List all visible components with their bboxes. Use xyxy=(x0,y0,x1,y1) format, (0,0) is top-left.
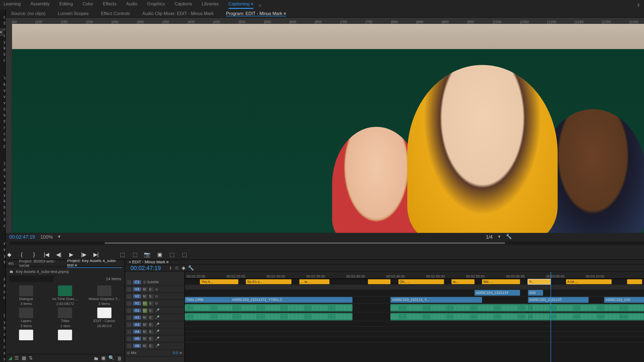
transcript-block[interactable]: For it is heartbreaking. xyxy=(3,276,5,302)
marker-icon[interactable]: ◆ xyxy=(182,265,185,271)
project-tab[interactable]: Project: B0353-aotc-social xyxy=(19,259,62,268)
timeline-clip[interactable]: Oh, ... xyxy=(398,279,444,284)
solo-button[interactable]: S xyxy=(149,337,153,341)
transcript-block[interactable]: So it's very, very important,you know, t… xyxy=(3,160,5,230)
extract-icon[interactable]: ⬚ xyxy=(131,251,138,258)
timeline-clip[interactable]: A005C153_21011372_YT001.C xyxy=(230,297,352,302)
track-header-A2[interactable]: A2MS🎤 xyxy=(125,314,184,321)
transcript-block[interactable]: or the manager or, you know, take respit… xyxy=(3,13,5,64)
timeline-clip[interactable]: We ... xyxy=(482,279,520,284)
panel-tab[interactable]: Source: (no clips) xyxy=(11,11,45,16)
panel-tab[interactable]: Lumetri Scopes xyxy=(58,11,89,16)
solo-button[interactable]: S xyxy=(149,301,153,305)
timeline-clip[interactable]: w... xyxy=(452,279,474,284)
project-tab[interactable]: ets xyxy=(8,261,14,265)
link-icon[interactable]: ⊂ xyxy=(175,265,179,271)
track-header-A3[interactable]: A3MS🎤 xyxy=(125,321,184,328)
solo-button[interactable]: S xyxy=(149,343,153,348)
snap-icon[interactable]: ⫾ xyxy=(170,265,172,271)
playback-quality[interactable]: 1/4 xyxy=(486,234,493,239)
transcript-more-icon[interactable]: ••• xyxy=(0,28,3,36)
track-header-A5[interactable]: A5MS🎤 xyxy=(125,335,184,342)
track-header-A1[interactable]: A1MS🎤 xyxy=(125,307,184,314)
sort-icon[interactable]: ⇅ xyxy=(29,355,33,361)
icon-view-icon[interactable]: ▦ xyxy=(22,355,26,361)
list-view-icon[interactable]: ☰ xyxy=(14,355,19,361)
project-search-input[interactable] xyxy=(9,276,54,282)
project-bin[interactable] xyxy=(8,330,45,342)
mark-out-icon[interactable]: } xyxy=(31,251,38,258)
mute-button[interactable]: M xyxy=(143,315,147,320)
timeline-clip[interactable] xyxy=(528,313,644,320)
settings-icon[interactable]: ⬚ xyxy=(181,251,188,258)
lock-icon[interactable] xyxy=(127,322,131,327)
freeform-icon[interactable]: ◢ xyxy=(8,355,12,361)
mute-button[interactable]: M xyxy=(143,287,147,291)
project-bin[interactable]: Motion Graphics T...2 Items xyxy=(86,286,123,306)
lock-icon[interactable] xyxy=(127,301,131,305)
workspace-tab-learning[interactable]: Learning xyxy=(3,1,21,9)
timeline-clip[interactable] xyxy=(391,304,528,312)
mute-button[interactable]: M xyxy=(143,301,147,305)
mute-button[interactable]: M xyxy=(143,308,147,312)
new-bin-icon[interactable]: 🖿 xyxy=(94,356,98,361)
mute-button[interactable]: M xyxy=(143,337,147,341)
project-bin[interactable]: EDIT - Canon18;49;0:0 xyxy=(86,308,123,328)
mute-button[interactable]: M xyxy=(143,294,147,298)
track-header-V1[interactable]: V1MS⊙ xyxy=(125,300,184,307)
safe-margins-icon[interactable]: ▣ xyxy=(156,251,163,258)
project-bin[interactable]: Titles1 Item xyxy=(47,308,84,328)
transcript-block[interactable]: with whoever you're with. xyxy=(3,239,5,266)
export-frame-icon[interactable]: 📷 xyxy=(144,251,151,258)
go-to-in-icon[interactable]: |◀ xyxy=(43,251,50,258)
play-icon[interactable]: ▶ xyxy=(68,251,75,258)
workspace-tab-editing[interactable]: Editing xyxy=(59,1,73,9)
mute-button[interactable]: M xyxy=(143,343,147,348)
solo-button[interactable]: S xyxy=(149,294,153,298)
program-in-timecode[interactable]: 00:02:47:19 xyxy=(9,234,35,239)
compare-icon[interactable]: ⬚ xyxy=(169,251,175,258)
project-tab[interactable]: Project: Key Assets 4_subs-test ≡ xyxy=(67,258,122,268)
timeline-clip[interactable] xyxy=(368,279,391,284)
timeline-content[interactable]: 00:02:20:0000:02:25:0000:02:30:0000:02:3… xyxy=(185,272,644,362)
workspace-tab-color[interactable]: Color xyxy=(83,1,93,9)
wrench-icon[interactable]: 🔧 xyxy=(188,265,194,271)
timeline-clip[interactable]: A005C153_210113_Y... xyxy=(391,297,482,302)
workspace-tab-captioning[interactable]: Captioning ≡ xyxy=(228,1,253,9)
mark-in-icon[interactable]: { xyxy=(18,251,25,258)
timeline-clip[interactable]: A lot ... xyxy=(566,279,612,284)
timeline-clip[interactable] xyxy=(528,304,644,312)
mute-button[interactable]: M xyxy=(143,322,147,327)
add-marker-icon[interactable]: ◆ xyxy=(6,251,13,258)
solo-button[interactable]: S xyxy=(149,287,153,291)
trash-icon[interactable]: 🗑 xyxy=(117,356,122,361)
solo-button[interactable]: S xyxy=(149,308,153,312)
timeline-clip[interactable] xyxy=(185,304,353,312)
timeline-clip[interactable] xyxy=(627,279,642,284)
lock-icon[interactable] xyxy=(127,280,131,284)
sequence-tab[interactable]: × EDIT - Minus Mark ≡ xyxy=(129,260,169,264)
timeline-clip[interactable]: A005C153_210 xyxy=(604,297,644,302)
timeline-clip[interactable]: T001.CRM xyxy=(185,297,230,302)
more-icon[interactable]: » xyxy=(259,2,261,7)
step-back-icon[interactable]: ◀| xyxy=(55,251,62,258)
track-header-Mix[interactable]: ⊙ Mix0.0⊳ xyxy=(125,350,184,357)
track-header-A4[interactable]: A4MS🎤 xyxy=(125,328,184,335)
lock-icon[interactable] xyxy=(127,330,131,334)
timeline-clip[interactable] xyxy=(391,313,528,320)
panel-tab[interactable]: Effect Controls xyxy=(101,11,130,16)
panel-tab[interactable]: Audio Clip Mixer: EDIT - Minus Mark xyxy=(142,11,214,16)
track-header-C1[interactable]: C1⊙ Subtitle xyxy=(125,279,184,286)
lift-icon[interactable]: ⬚ xyxy=(119,251,126,258)
lock-icon[interactable] xyxy=(127,294,131,298)
new-item-icon[interactable]: ▣ xyxy=(101,355,105,361)
transcript-block[interactable]: Oh, yes, they can bring down,especially … xyxy=(3,312,5,362)
timeline-clip[interactable]: You k... xyxy=(200,279,238,284)
track-header-V2[interactable]: V2MS⊙ xyxy=(125,293,184,300)
lock-icon[interactable] xyxy=(127,337,131,341)
find-icon[interactable]: 🔍 xyxy=(108,355,115,361)
wrench-icon[interactable]: 🔧 xyxy=(506,234,512,239)
timeline-playhead[interactable] xyxy=(551,272,551,362)
solo-button[interactable]: S xyxy=(149,330,153,334)
timeline-clip[interactable]: Y... xyxy=(528,279,551,284)
